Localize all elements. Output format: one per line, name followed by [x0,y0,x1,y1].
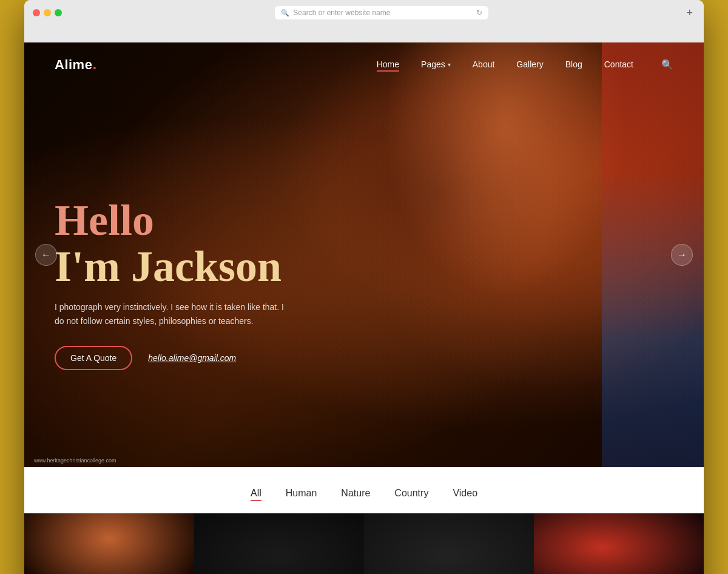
reload-icon[interactable]: ↻ [476,8,482,17]
hero-content: Hello I'm Jackson I photograph very inst… [55,198,285,370]
maximize-button[interactable] [55,9,62,16]
gallery-image-1 [24,513,194,574]
status-bar: www.heritagechristiancollege.com [34,458,116,464]
prev-slide-button[interactable]: ← [35,244,57,266]
gallery-image-4 [534,513,704,574]
navbar: Alime. Home Pages ▾ About [24,42,704,86]
nav-item-about[interactable]: About [473,59,495,70]
nav-item-pages[interactable]: Pages ▾ [421,59,451,69]
browser-tab-bar [33,24,695,42]
arrow-right-icon: → [677,249,687,260]
nav-item-gallery[interactable]: Gallery [516,59,543,70]
filter-video[interactable]: Video [453,485,477,501]
hero-email-link[interactable]: hello.alime@gmail.com [148,353,236,363]
filter-section: All Human Nature Country Video [24,467,704,513]
browser-chrome: 🔍 Search or enter website name ↻ + [24,0,704,42]
gallery-thumb-1[interactable] [24,513,194,574]
filter-all[interactable]: All [251,485,261,501]
nav-links: Home Pages ▾ About Gallery [377,59,673,70]
browser-window: 🔍 Search or enter website name ↻ + Alime… [24,0,704,574]
filter-nature[interactable]: Nature [341,485,370,501]
hero-actions: Get A Quote hello.alime@gmail.com [55,346,285,370]
chevron-down-icon: ▾ [448,61,451,68]
search-icon: 🔍 [281,9,289,17]
new-tab-button[interactable]: + [684,7,695,19]
nav-item-blog[interactable]: Blog [565,59,582,70]
gallery-image-3 [364,513,534,574]
filter-human[interactable]: Human [286,485,317,501]
address-text: Search or enter website name [293,8,390,17]
minimize-button[interactable] [44,9,51,16]
address-bar[interactable]: 🔍 Search or enter website name ↻ [275,6,488,19]
nav-search[interactable]: 🔍 [655,59,673,70]
gallery-preview [24,513,704,574]
hero-section: Alime. Home Pages ▾ About [24,42,704,467]
filter-country[interactable]: Country [394,485,428,501]
site-wrapper: Alime. Home Pages ▾ About [24,42,704,574]
next-slide-button[interactable]: → [671,244,693,266]
nav-item-home[interactable]: Home [377,59,399,70]
get-quote-button[interactable]: Get A Quote [55,346,132,370]
traffic-lights [33,9,62,16]
hero-subtitle: I photograph very instinctively. I see h… [55,300,285,328]
gallery-thumb-4[interactable] [534,513,704,574]
nav-item-contact[interactable]: Contact [604,59,633,70]
hero-title-name: I'm Jackson [55,244,285,290]
gallery-thumb-2[interactable] [194,513,364,574]
gallery-image-2 [194,513,364,574]
gallery-thumb-3[interactable] [364,513,534,574]
site-logo[interactable]: Alime. [55,56,97,73]
close-button[interactable] [33,9,40,16]
logo-dot: . [92,56,96,72]
arrow-left-icon: ← [41,249,51,260]
search-icon[interactable]: 🔍 [661,59,673,70]
browser-top-bar: 🔍 Search or enter website name ↻ + [33,6,695,19]
hero-title-hello: Hello [55,198,285,244]
